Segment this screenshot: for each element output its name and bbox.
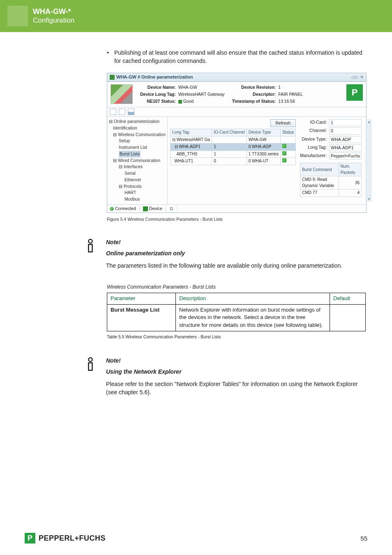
- check-icon: [282, 144, 286, 148]
- grid-row[interactable]: ABB_TTH3 1 1 TTX300 series: [171, 150, 296, 158]
- scroll-up-icon[interactable]: ▴: [368, 119, 370, 125]
- ne107-value: Good: [178, 98, 225, 104]
- connected-label: Connected: [115, 206, 136, 212]
- tree-wireless[interactable]: ⊟ Wireless Communication: [109, 132, 166, 138]
- manufacturer-label: Manufacturer:: [300, 153, 327, 160]
- tree-protocols[interactable]: ⊟ Protocols: [109, 183, 166, 190]
- tree-setup[interactable]: Setup: [109, 138, 166, 144]
- col-long-tag[interactable]: Long Tag: [171, 129, 212, 136]
- info-icon: [82, 356, 99, 402]
- tree-wireless-label: Wireless Communication: [118, 132, 166, 137]
- tree-identification[interactable]: Identification: [109, 125, 166, 132]
- grid-row[interactable]: WHA-UT1 0 0 WHA-UT: [171, 158, 296, 165]
- pf-logo-icon: P: [346, 84, 363, 101]
- device-thumbnail-icon: [111, 84, 133, 104]
- devtype-value: WHA-ADP: [329, 136, 362, 143]
- figure-caption: Figure 5.4 Wireless Communication Parame…: [107, 216, 367, 222]
- default-cell: [330, 304, 366, 331]
- desc-cell: Network Explorer with information on bur…: [176, 304, 330, 331]
- scroll-down-icon[interactable]: ▾: [368, 197, 370, 202]
- device-status-icon: [143, 206, 148, 211]
- tree-wired[interactable]: ⊟ Wired Communication: [109, 157, 166, 164]
- grid-row[interactable]: ⊟ WirelessHART Ga WHA-GW: [171, 136, 296, 143]
- col-parameter: Parameter: [107, 293, 176, 304]
- longtag-value: WHA-ADP1: [329, 144, 362, 151]
- burst-col-command[interactable]: Burst Command: [300, 163, 339, 176]
- scrollbar[interactable]: ▴ ▾: [366, 119, 372, 202]
- iocard-label: IO-Card:: [300, 119, 327, 126]
- iocard-value: 1: [329, 119, 362, 126]
- pf-logo-glyph: P: [352, 86, 358, 99]
- table-row: Burst Message List Network Explorer with…: [107, 304, 366, 331]
- burst-command-table[interactable]: Burst Command Num. Packets CMD 9: Read D…: [300, 163, 362, 197]
- footer-logo-glyph: P: [28, 534, 32, 543]
- device-header: Device Name: WHA-GW Device Long Tag: Wir…: [107, 82, 366, 108]
- cell: WHA-GW: [247, 136, 280, 143]
- col-status[interactable]: Status: [280, 129, 295, 136]
- tree-ethernet[interactable]: Ethernet: [109, 177, 166, 183]
- col-device-type[interactable]: Device Type: [247, 129, 280, 136]
- cell: WirelessHART Ga: [177, 137, 210, 142]
- tree-hart[interactable]: HART: [109, 190, 166, 196]
- cell: WHA-UT1: [175, 159, 194, 163]
- col-description: Description: [176, 293, 330, 304]
- cell: 1 TTX300 series: [247, 150, 280, 158]
- window-controls[interactable]: ◁ ▷ ✕: [351, 74, 364, 81]
- tree-serial[interactable]: Serial: [109, 170, 166, 177]
- footer-brand: PEPPERL+FUCHS: [39, 534, 106, 543]
- cell: [280, 136, 295, 143]
- page-footer: P PEPPERL+FUCHS 55: [25, 533, 367, 543]
- manufacturer-value: Pepperl+Fuchs: [329, 153, 362, 160]
- device-grid[interactable]: Long Tag IO-Card Channel Device Type Sta…: [170, 129, 296, 165]
- cell: 0: [212, 158, 247, 165]
- bullet-dot: •: [107, 49, 114, 65]
- table-title: Wireless Communication Parameters - Burs…: [107, 284, 367, 291]
- devtype-label: Device Type:: [300, 136, 327, 143]
- cell: 0 WHA-ADP: [247, 143, 280, 151]
- note-heading: Note!: [106, 238, 342, 246]
- timestamp-label: Timestamp of Status:: [232, 98, 276, 104]
- toolbar-icon-1[interactable]: [110, 109, 116, 115]
- tree-wired-label: Wired Communication: [118, 158, 160, 163]
- status-bar: Connected Device 🗋: [107, 204, 366, 213]
- tree-protocols-label: Protocols: [124, 184, 142, 189]
- nav-tree[interactable]: ⊟ Online parameterization Identification…: [107, 117, 168, 204]
- cell: [280, 143, 295, 151]
- burst-row[interactable]: CMD 9: Read Dynamic Variable 35: [300, 176, 362, 190]
- tree-root[interactable]: ⊟ Online parameterization: [109, 118, 166, 125]
- device-long-tag-value: WirelessHART Gateway: [178, 91, 225, 97]
- grid-row-selected[interactable]: ⊟ WHA-ADP1 1 0 WHA-ADP: [171, 143, 296, 151]
- info-icon: [82, 238, 99, 275]
- col-io-card[interactable]: IO-Card Channel: [212, 129, 247, 136]
- note-subheading: Online parameterization only: [106, 249, 342, 257]
- burst-row[interactable]: CMD 77 4: [300, 190, 362, 197]
- tree-interfaces[interactable]: ⊟ Interfaces: [109, 164, 166, 170]
- note-body: Please refer to the section "Network Exp…: [106, 380, 367, 397]
- toolbar-icon-2[interactable]: [119, 109, 125, 115]
- header-square-icon: [7, 6, 28, 26]
- cell: WHA-ADP1: [179, 144, 201, 149]
- tree-burst-lists[interactable]: Burst Lists: [109, 151, 166, 157]
- bullet-text: Publishing of at least one command will …: [114, 49, 367, 65]
- note-body: The parameters listed in the following t…: [106, 261, 342, 270]
- print-icon[interactable]: [128, 109, 134, 115]
- cell: [280, 150, 295, 158]
- page-number: 55: [360, 535, 367, 542]
- device-name-value: WHA-GW: [178, 84, 225, 90]
- note-subheading: Using the Network Explorer: [106, 368, 367, 376]
- cell: [280, 158, 295, 165]
- cell: ABB_TTH3: [177, 152, 198, 156]
- descriptor-value: FAIR PANEL: [278, 91, 303, 97]
- tree-instrument-list[interactable]: Instrument List: [109, 144, 166, 151]
- note-heading: Note!: [106, 356, 367, 365]
- parameters-table: Parameter Description Default Burst Mess…: [107, 293, 366, 331]
- cell: 1: [212, 150, 247, 158]
- tree-burst-lists-label: Burst Lists: [119, 151, 141, 157]
- cell: CMD 77: [300, 190, 339, 197]
- window-icon: [110, 75, 115, 80]
- tree-modbus[interactable]: Modbus: [109, 196, 166, 203]
- channel-value: 0: [329, 127, 362, 134]
- param-cell: Burst Message List: [107, 304, 176, 331]
- refresh-button[interactable]: Refresh: [270, 119, 296, 127]
- burst-col-packets[interactable]: Num. Packets: [339, 163, 361, 176]
